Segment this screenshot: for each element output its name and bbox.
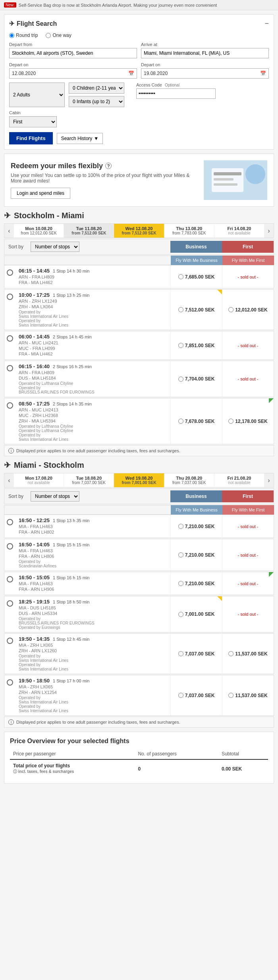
route2-flight-2-business-input[interactable] [178,581,183,586]
route2-flight-0-business-radio[interactable]: 7,210.00 SEK [178,524,215,529]
route2-flight-1-radio[interactable] [7,543,13,550]
arrive-at-input[interactable] [141,48,269,58]
route1-prev-date[interactable]: ‹ [4,224,14,238]
route2-flight-4-select[interactable] [4,634,15,674]
route1-date-4[interactable]: Fri 14.08.20 not available [214,224,264,238]
depart-on-input[interactable]: 12.08.2020 📅 [9,68,137,79]
return-on-input[interactable]: 19.08.2020 📅 [141,68,269,79]
route2-flight-5-first[interactable]: 11,537.00 SEK [222,675,274,715]
route1-fly-with-me-first[interactable]: Fly With Me First [222,256,274,265]
route2-flight-5-business[interactable]: 7,037.00 SEK [170,675,222,715]
route2-flight-3-select[interactable] [4,596,15,632]
route1-flight-3-business-radio[interactable]: 7,704.00 SEK [178,376,215,382]
route2-flight-5-select[interactable] [4,675,15,715]
children-select[interactable]: 0 Children (2-11 years) [69,83,124,94]
route2-flight-4-first-radio[interactable]: 11,537.00 SEK [228,651,267,657]
route2-flight-3-radio[interactable] [7,600,13,607]
route1-flight-1-first[interactable]: 12,012.00 SEK [222,290,274,330]
route1-date-2[interactable]: Wed 12.08.20 from 7,512.00 SEK [114,224,164,238]
route1-flight-0-radio[interactable] [7,269,13,276]
route2-flight-5-business-radio[interactable]: 7,037.00 SEK [178,693,215,698]
route2-fly-with-me-first[interactable]: Fly With Me First [222,505,274,515]
route2-next-date[interactable]: › [264,473,274,487]
miles-login-button[interactable]: Login and spend miles [11,188,70,199]
adults-select[interactable]: 2 Adults [9,83,65,107]
route2-flight-1-select[interactable] [4,539,15,571]
infants-select[interactable]: 0 Infants (up to 2) [69,96,124,107]
round-trip-radio[interactable] [9,33,14,38]
route2-flight-5-business-input[interactable] [178,693,183,698]
route2-flight-4-radio[interactable] [7,638,13,644]
miles-help-icon[interactable]: ? [105,163,112,169]
route2-flight-2-business-radio[interactable]: 7,210.00 SEK [178,581,215,586]
route1-date-1[interactable]: Tue 11.08.20 from 7,512.00 SEK [64,224,114,238]
route2-date-1[interactable]: Tue 18.08.20 from 7,037.00 SEK [64,473,114,487]
route2-flight-0-select[interactable] [4,515,15,538]
route2-flight-0-business[interactable]: 7,210.00 SEK [170,515,222,538]
route1-flight-1-first-input[interactable] [228,307,234,312]
route2-flight-3-business-radio[interactable]: 7,001.00 SEK [178,611,215,617]
route2-flight-4-business-input[interactable] [178,651,183,656]
route2-flight-2-radio[interactable] [7,576,13,582]
route1-flight-4-select[interactable] [4,398,15,444]
route2-flight-0-business-input[interactable] [178,524,183,529]
collapse-button[interactable]: − [264,19,269,28]
find-flights-button[interactable]: Find Flights [9,132,53,144]
route1-flight-2-business[interactable]: 7,851.00 SEK [170,331,222,359]
route2-flight-4-first-input[interactable] [228,651,234,656]
one-way-radio[interactable] [46,33,51,38]
route1-flight-4-first[interactable]: 12,178.00 SEK [222,398,274,444]
depart-from-input[interactable] [9,48,137,58]
route1-fly-with-me-business[interactable]: Fly With Me Business [171,256,222,265]
route2-flight-1-business-input[interactable] [178,552,183,557]
route2-flight-4-first[interactable]: 11,537.00 SEK [222,634,274,674]
route2-sort-select[interactable]: Number of stops [31,491,79,502]
route1-flight-0-business-input[interactable] [178,274,183,279]
route1-flight-3-select[interactable] [4,361,15,397]
route1-next-date[interactable]: › [264,224,274,238]
route2-flight-3-business[interactable]: 7,001.00 SEK [170,596,222,632]
route2-flight-1-business-radio[interactable]: 7,210.00 SEK [178,552,215,558]
route2-flight-1-business[interactable]: 7,210.00 SEK [170,539,222,571]
route2-flight-2-business[interactable]: 7,210.00 SEK [170,572,222,595]
route1-flight-4-first-radio[interactable]: 12,178.00 SEK [228,419,267,424]
route1-sort-select[interactable]: Number of stops [31,242,79,252]
route1-flight-3-business[interactable]: 7,704.00 SEK [170,361,222,397]
route1-flight-4-business[interactable]: 7,678.00 SEK [170,398,222,444]
route1-flight-1-radio[interactable] [7,294,13,300]
route2-flight-5-radio[interactable] [7,679,13,686]
route1-flight-0-business-radio[interactable]: 7,685.00 SEK [178,274,215,280]
round-trip-option[interactable]: Round trip [9,33,38,38]
route2-flight-3-business-input[interactable] [178,612,183,617]
cabin-select[interactable]: First [9,116,57,127]
route2-fly-with-me-business[interactable]: Fly With Me Business [171,505,222,515]
route2-flight-5-first-input[interactable] [228,693,234,698]
route1-flight-0-business[interactable]: 7,685.00 SEK [170,265,222,288]
route1-flight-4-radio[interactable] [7,402,13,409]
route2-date-3[interactable]: Thu 20.08.20 from 7,037.00 SEK [164,473,214,487]
route2-flight-2-select[interactable] [4,572,15,595]
route1-flight-4-first-input[interactable] [228,419,234,424]
route2-date-0[interactable]: Mon 17.08.20 not available [14,473,64,487]
one-way-option[interactable]: One way [46,33,71,38]
route1-flight-4-business-radio[interactable]: 7,678.00 SEK [178,419,215,424]
route1-flight-2-business-radio[interactable]: 7,851.00 SEK [178,343,215,348]
route1-flight-0-select[interactable] [4,265,15,288]
route2-flight-4-business[interactable]: 7,037.00 SEK [170,634,222,674]
access-code-input[interactable] [136,88,216,99]
route1-date-3[interactable]: Thu 13.08.20 from 7,783.00 SEK [164,224,214,238]
route2-flight-5-first-radio[interactable]: 11,537.00 SEK [228,693,267,698]
route1-flight-3-business-input[interactable] [178,377,183,382]
search-history-button[interactable]: Search History ▼ [57,133,103,144]
route2-date-4[interactable]: Fri 21.08.20 not available [214,473,264,487]
route2-flight-0-radio[interactable] [7,519,13,525]
route1-flight-2-select[interactable] [4,331,15,359]
route2-prev-date[interactable]: ‹ [4,473,14,487]
route1-date-0[interactable]: Mon 10.08.20 from 12,012.00 SEK [14,224,64,238]
route1-flight-2-radio[interactable] [7,335,13,342]
route1-flight-4-business-input[interactable] [178,419,183,424]
route1-flight-1-first-radio[interactable]: 12,012.00 SEK [228,307,267,313]
route1-flight-1-business[interactable]: 7,512.00 SEK [170,290,222,330]
route2-date-2[interactable]: Wed 19.08.20 from 7,001.00 SEK [114,473,164,487]
route1-flight-2-business-input[interactable] [178,343,183,348]
